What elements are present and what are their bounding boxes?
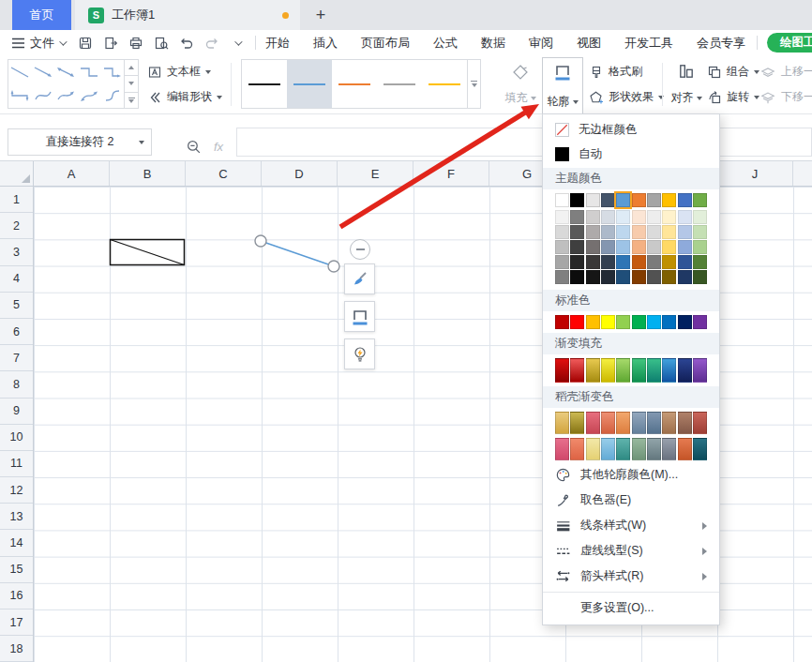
line-style-swatch-3[interactable] <box>377 60 422 108</box>
formula-input[interactable] <box>236 128 812 157</box>
column-header-3[interactable]: D <box>262 161 338 186</box>
menu-item-more-outline-colors[interactable]: 其他轮廓颜色(M)... <box>543 462 719 488</box>
drawing-tools-context-tab[interactable]: 绘图工具 <box>767 33 812 53</box>
theme-color-swatch-4[interactable] <box>616 193 630 207</box>
save-button[interactable] <box>77 35 94 52</box>
fill-button[interactable]: 填充 <box>501 61 540 108</box>
column-header-5[interactable]: F <box>414 161 489 186</box>
tint-swatch[interactable] <box>555 240 569 254</box>
row-header-5[interactable]: 6 <box>0 319 33 345</box>
theme-color-swatch-3[interactable] <box>601 193 615 207</box>
new-tab-button[interactable]: + <box>309 4 332 26</box>
menu-item-no-border-color[interactable]: 无边框颜色 <box>543 117 719 142</box>
gradient-fill-swatch-5[interactable] <box>632 358 646 383</box>
line-gallery-more-button[interactable] <box>467 60 480 108</box>
connector-shape-option-2[interactable]: .f{fill:#7ca0cf;stroke:none} <box>54 60 78 84</box>
docer-gradient-swatch-5[interactable] <box>632 412 646 434</box>
line-style-swatch-4[interactable] <box>422 60 467 108</box>
menu-item-automatic[interactable]: 自动 <box>543 142 719 166</box>
tint-swatch[interactable] <box>647 210 661 224</box>
column-header-1[interactable]: B <box>110 161 186 186</box>
connector-shape-option-6[interactable]: .f{fill:#7ca0cf;stroke:none} <box>32 84 55 109</box>
tint-swatch[interactable] <box>616 240 630 254</box>
tint-swatch[interactable] <box>555 225 569 239</box>
textbox-button[interactable]: 文本框 <box>147 64 211 80</box>
zoom-out-icon[interactable] <box>186 139 202 158</box>
theme-color-swatch-9[interactable] <box>693 193 707 207</box>
tint-swatch[interactable] <box>632 210 646 224</box>
tint-swatch[interactable] <box>678 225 692 239</box>
tint-swatch[interactable] <box>570 255 584 269</box>
tint-swatch[interactable] <box>616 255 630 269</box>
tint-swatch[interactable] <box>601 255 615 269</box>
menu-item-arrow-style[interactable]: 箭头样式(R) <box>543 564 719 589</box>
docer-gradient-swatch-4[interactable] <box>616 438 630 460</box>
theme-color-swatch-7[interactable] <box>662 193 676 207</box>
gradient-fill-swatch-6[interactable] <box>647 358 661 383</box>
row-header-15[interactable]: 16 <box>0 583 33 609</box>
docer-gradient-swatch-1[interactable] <box>570 412 584 434</box>
docer-gradient-swatch-8[interactable] <box>678 438 692 460</box>
file-menu-button[interactable]: 文件 <box>11 35 65 52</box>
tint-swatch[interactable] <box>586 240 600 254</box>
menu-item-more-settings[interactable]: 更多设置(O)... <box>543 595 719 621</box>
gradient-fill-swatch-9[interactable] <box>693 358 707 383</box>
edit-shape-button[interactable]: 编辑形状 <box>147 89 222 105</box>
tint-swatch[interactable] <box>678 270 692 284</box>
tint-swatch[interactable] <box>662 210 676 224</box>
menu-tab-0[interactable]: 开始 <box>265 35 290 52</box>
gradient-fill-swatch-0[interactable] <box>555 358 569 383</box>
menu-item-dash-style[interactable]: 虚线线型(S) <box>543 538 719 564</box>
tint-swatch[interactable] <box>586 270 600 284</box>
tint-swatch[interactable] <box>586 255 600 269</box>
theme-color-swatch-5[interactable] <box>632 193 646 207</box>
menu-tab-4[interactable]: 数据 <box>481 35 505 52</box>
docer-gradient-swatch-6[interactable] <box>647 412 661 434</box>
row-header-17[interactable]: 18 <box>0 636 33 662</box>
standard-color-swatch-3[interactable] <box>601 315 615 329</box>
outline-button[interactable]: 轮廓 <box>542 57 583 113</box>
theme-color-swatch-8[interactable] <box>678 193 692 207</box>
tint-swatch[interactable] <box>632 240 646 254</box>
shape-effects-button[interactable]: 形状效果 <box>589 89 664 105</box>
tint-swatch[interactable] <box>662 240 676 254</box>
standard-color-swatch-5[interactable] <box>632 315 646 329</box>
more-commands-button[interactable] <box>229 35 246 52</box>
connector-shape-option-5[interactable]: .f{fill:#7ca0cf;stroke:none} <box>8 84 32 109</box>
tint-swatch[interactable] <box>693 255 707 269</box>
docer-gradient-swatch-8[interactable] <box>678 412 692 434</box>
tint-swatch[interactable] <box>555 255 569 269</box>
redo-button[interactable] <box>203 35 220 52</box>
gradient-fill-swatch-2[interactable] <box>586 358 600 383</box>
theme-color-swatch-6[interactable] <box>647 193 661 207</box>
smart-suggestion-button[interactable] <box>344 339 375 369</box>
row-header-7[interactable]: 8 <box>0 371 33 398</box>
row-header-11[interactable]: 12 <box>0 477 33 504</box>
undo-button[interactable] <box>178 35 195 52</box>
row-header-12[interactable]: 13 <box>0 504 33 530</box>
tint-swatch[interactable] <box>601 210 615 224</box>
tint-swatch[interactable] <box>693 270 707 284</box>
menu-item-eyedropper[interactable]: 取色器(E) <box>543 488 719 513</box>
docer-gradient-swatch-4[interactable] <box>616 412 630 434</box>
docer-gradient-swatch-0[interactable] <box>555 412 569 434</box>
docer-gradient-swatch-9[interactable] <box>693 412 707 434</box>
align-button[interactable]: 对齐 <box>668 61 705 108</box>
menu-tab-8[interactable]: 会员专享 <box>697 35 745 52</box>
theme-color-swatch-1[interactable] <box>570 193 584 207</box>
select-all-corner[interactable] <box>0 161 34 187</box>
theme-color-swatch-0[interactable] <box>555 193 569 207</box>
connector-shape-option-1[interactable]: .f{fill:#7ca0cf;stroke:none} <box>32 60 55 84</box>
format-painter-button[interactable]: 格式刷 <box>589 64 642 80</box>
tint-swatch[interactable] <box>601 240 615 254</box>
docer-gradient-swatch-9[interactable] <box>693 438 707 460</box>
row-header-3[interactable]: 4 <box>0 266 33 293</box>
row-header-10[interactable]: 11 <box>0 451 33 477</box>
standard-color-swatch-8[interactable] <box>678 315 692 329</box>
group-button[interactable]: 组合 <box>707 64 759 80</box>
docer-gradient-swatch-6[interactable] <box>647 438 661 460</box>
line-style-swatch-2[interactable] <box>332 60 377 108</box>
menu-tab-6[interactable]: 视图 <box>577 35 601 52</box>
tint-swatch[interactable] <box>693 225 707 239</box>
tint-swatch[interactable] <box>647 240 661 254</box>
